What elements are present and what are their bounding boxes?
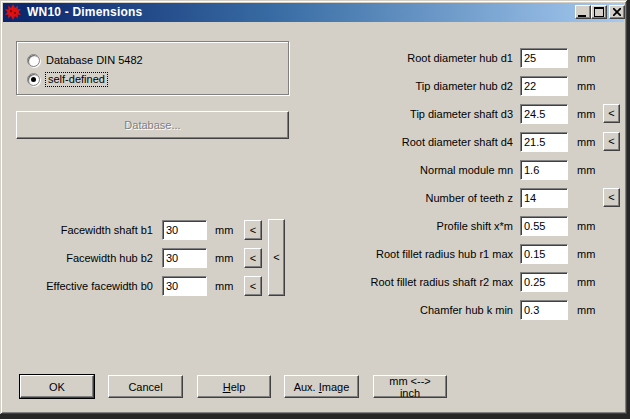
minimize-button[interactable] — [575, 5, 591, 19]
radio-selected-dot — [31, 77, 36, 82]
field-label-d1: Root diameter hub d1 — [300, 48, 513, 68]
field-label-k: Chamfer hub k min — [300, 300, 513, 320]
link-button-d4[interactable]: < — [603, 132, 620, 151]
unit-label: mm — [577, 104, 595, 124]
unit-label: mm — [577, 132, 595, 152]
field-label-xm: Profile shift x*m — [300, 216, 513, 236]
field-input-d4[interactable] — [520, 132, 568, 152]
radio-icon[interactable] — [27, 54, 40, 67]
window-title: WN10 - Dimensions — [27, 3, 142, 22]
unit-label: mm — [577, 76, 595, 96]
link-arrow-icon: < — [608, 192, 614, 203]
button-label: OK — [49, 381, 65, 393]
dialog-window: WN10 - Dimensions Database DIN 5482 self — [0, 0, 627, 414]
ok-button[interactable]: OK — [20, 375, 94, 398]
radio-option-self-defined[interactable]: self-defined — [27, 72, 107, 86]
field-input-mn[interactable] — [520, 160, 568, 180]
button-label: Cancel — [128, 381, 162, 393]
field-label-b2: Facewidth hub b2 — [10, 248, 153, 268]
field-label-d4: Root diameter shaft d4 — [300, 132, 513, 152]
unit-label: mm — [577, 216, 595, 236]
field-input-r1[interactable] — [520, 244, 568, 264]
maximize-button[interactable] — [591, 5, 607, 19]
field-input-xm[interactable] — [520, 216, 568, 236]
unit-label: mm — [215, 276, 233, 296]
link-button-b0[interactable]: < — [244, 276, 262, 296]
maximize-icon — [594, 7, 604, 17]
button-label: Aux. — [294, 381, 319, 393]
field-label-z: Number of teeth z — [300, 188, 513, 208]
button-label: mage — [322, 381, 350, 393]
button-label: mm <--> inch — [389, 375, 431, 399]
radio-icon[interactable] — [27, 73, 40, 86]
field-label-d3: Tip diameter shaft d3 — [300, 104, 513, 124]
link-button-b2[interactable]: < — [244, 248, 262, 268]
link-button-d3[interactable]: < — [603, 104, 620, 123]
unit-label: mm — [215, 248, 233, 268]
field-input-r2[interactable] — [520, 272, 568, 292]
source-groupbox: Database DIN 5482 self-defined — [16, 41, 289, 95]
database-button-label: Database... — [124, 119, 180, 131]
radio-option-database[interactable]: Database DIN 5482 — [27, 53, 143, 67]
field-label-d2: Tip diameter hub d2 — [300, 76, 513, 96]
field-input-b0[interactable] — [162, 276, 207, 296]
unit-label: mm — [577, 300, 595, 320]
field-label-b0: Effective facewidth b0 — [10, 276, 153, 296]
unit-label: mm — [577, 48, 595, 68]
database-button: Database... — [16, 111, 289, 139]
field-input-d1[interactable] — [520, 48, 568, 68]
link-button-b1[interactable]: < — [244, 220, 262, 240]
cancel-button[interactable]: Cancel — [108, 375, 183, 398]
unit-label: mm — [215, 220, 233, 240]
field-label-r1: Root fillet radius hub r1 max — [300, 244, 513, 264]
mm-inch-toggle-button[interactable]: mm <--> inch — [373, 375, 447, 398]
titlebar: WN10 - Dimensions — [3, 3, 624, 22]
close-icon — [613, 8, 621, 16]
radio-label[interactable]: Database DIN 5482 — [46, 54, 143, 67]
unit-label: mm — [577, 160, 595, 180]
link-button-z[interactable]: < — [603, 188, 620, 207]
field-input-b2[interactable] — [162, 248, 207, 268]
desktop-backdrop: WN10 - Dimensions Database DIN 5482 self — [0, 0, 630, 419]
field-label-mn: Normal module mn — [300, 160, 513, 180]
button-label-underline: H — [223, 381, 231, 393]
field-input-d2[interactable] — [520, 76, 568, 96]
minimize-icon — [578, 15, 586, 17]
field-input-z[interactable] — [520, 188, 568, 208]
link-arrow-icon: < — [608, 136, 614, 147]
close-button[interactable] — [609, 5, 625, 19]
field-label-b1: Facewidth shaft b1 — [10, 220, 153, 240]
field-label-r2: Root fillet radius shaft r2 max — [300, 272, 513, 292]
radio-label[interactable]: self-defined — [46, 73, 107, 86]
link-all-facewidth-button[interactable]: < — [268, 219, 285, 296]
link-arrow-icon: < — [273, 252, 279, 263]
app-icon — [5, 4, 21, 20]
unit-label: mm — [577, 272, 595, 292]
link-arrow-icon: < — [608, 108, 614, 119]
help-button[interactable]: Help — [197, 375, 271, 398]
field-input-k[interactable] — [520, 300, 568, 320]
aux-image-button[interactable]: Aux. Image — [284, 375, 359, 398]
link-arrow-icon: < — [250, 225, 256, 236]
field-input-d3[interactable] — [520, 104, 568, 124]
button-label: elp — [231, 381, 246, 393]
unit-label: mm — [577, 244, 595, 264]
link-arrow-icon: < — [250, 281, 256, 292]
link-arrow-icon: < — [250, 253, 256, 264]
field-input-b1[interactable] — [162, 220, 207, 240]
